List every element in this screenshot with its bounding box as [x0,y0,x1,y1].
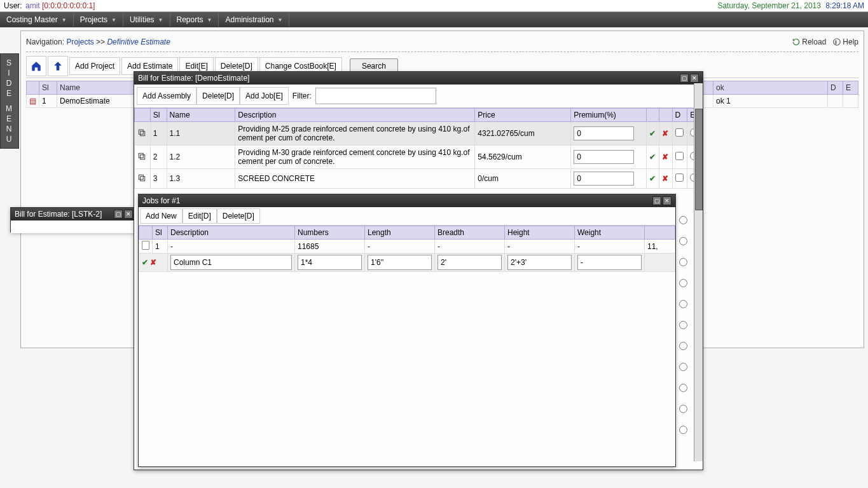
extra-e-radios [679,216,687,434]
col-e[interactable]: E [843,81,858,95]
confirm-icon[interactable]: ✔ [142,258,148,267]
svg-rect-3 [139,130,143,134]
desc-input[interactable] [170,255,292,270]
breadth-input[interactable] [437,255,502,270]
row-e-radio[interactable] [679,384,687,392]
row-d-checkbox[interactable] [675,173,684,182]
side-menu-tab[interactable]: SIDE MENU [0,53,19,149]
edit-button[interactable]: Edit[D] [183,208,217,224]
col-ok[interactable]: ok [713,81,828,95]
jobs-table: Sl Description Numbers Length Breadth He… [139,226,675,272]
row-d-checkbox[interactable] [675,128,684,137]
breadcrumb: Navigation: Projects >> Definitive Estim… [26,37,170,46]
table-row[interactable]: 2 1.2 Providing M-30 grade reinforced ce… [135,146,703,169]
add-new-button[interactable]: Add New [140,208,183,224]
status-bar: User: amit [0:0:0:0:0:0:0:1] Saturday, S… [0,0,868,12]
cancel-icon[interactable]: ✘ [662,174,668,183]
svg-rect-6 [141,176,145,180]
svg-rect-2 [141,131,145,135]
scrollbar-thumb[interactable] [695,109,703,210]
row-e-radio[interactable] [679,237,687,245]
home-button[interactable] [26,56,46,76]
row-e-radio[interactable] [679,279,687,287]
table-row[interactable]: 3 1.3 SCREED CONCRETE 0/cum ✔ ✘ [135,169,703,189]
home-icon [31,60,42,72]
window-jobs: Jobs for #1 ▢ ✕ Add New Edit[D] Delete[D… [138,194,676,467]
row-e-radio[interactable] [679,342,687,350]
svg-point-0 [834,39,841,46]
delete-button[interactable]: Delete[D] [217,208,260,224]
premium-input[interactable] [574,172,634,186]
close-button[interactable]: ✕ [690,74,699,83]
table-row[interactable]: 1 - 11685 - - - - 11, [139,240,675,254]
up-button[interactable] [48,56,68,76]
status-time: 8:29:18 AM [825,1,864,10]
menu-administration[interactable]: Administration▼ [219,13,289,27]
height-input[interactable] [507,255,572,270]
cancel-icon[interactable]: ✘ [150,258,156,267]
reload-icon [792,37,801,46]
reload-button[interactable]: Reload [792,37,826,46]
copy-icon [137,173,146,182]
length-input[interactable] [368,255,432,270]
row-e-radio[interactable] [679,405,687,413]
menu-utilities[interactable]: Utilities▼ [123,13,170,27]
cancel-icon[interactable]: ✘ [662,129,668,138]
confirm-icon[interactable]: ✔ [649,129,656,138]
window-title: Jobs for #1 [142,196,180,205]
maximize-button[interactable]: ▢ [680,74,689,83]
bill-table: Sl Name Description Price Premium(%) D E… [134,108,703,189]
row-e-radio[interactable] [679,216,687,224]
row-e-radio[interactable] [679,363,687,371]
menu-projects[interactable]: Projects▼ [74,13,123,27]
window-title: Bill for Estimate: [DemoEstimate] [138,74,249,83]
confirm-icon[interactable]: ✔ [649,174,656,183]
main-menubar: Costing Master▼ Projects▼ Utilities▼ Rep… [0,12,868,27]
add-job-button[interactable]: Add Job[E] [240,87,289,105]
window-title: Bill for Estimate: [LSTK-2] [15,210,102,219]
numbers-input[interactable] [298,255,362,270]
premium-input[interactable] [574,150,634,164]
breadcrumb-definitive-estimate[interactable]: Definitive Estimate [107,37,170,46]
bill-toolbar: Add Assembly Delete[D] Add Job[E] Filter… [134,85,703,108]
jobs-toolbar: Add New Edit[D] Delete[D] [139,207,675,226]
col-d[interactable]: D [828,81,843,95]
user-name: amit [25,1,40,10]
menu-costing-master[interactable]: Costing Master▼ [0,13,74,27]
svg-text:i: i [836,40,837,44]
window-lstk[interactable]: Bill for Estimate: [LSTK-2] ▢ ✕ [10,207,137,233]
status-date: Saturday, September 21, 2013 [717,1,821,10]
row-d-checkbox[interactable] [675,152,684,160]
filter-label: Filter: [289,88,315,104]
svg-rect-4 [141,154,145,159]
page-icon [142,241,149,250]
cancel-icon[interactable]: ✘ [662,152,668,161]
up-arrow-icon [52,60,64,72]
user-label: User: [4,1,22,10]
maximize-button[interactable]: ▢ [652,196,661,205]
copy-icon [137,152,146,161]
close-button[interactable]: ✕ [124,210,133,219]
row-e-radio[interactable] [679,300,687,308]
help-button[interactable]: i Help [832,37,858,46]
row-e-radio[interactable] [679,258,687,266]
vertical-scrollbar[interactable] [694,83,703,461]
breadcrumb-projects[interactable]: Projects [66,37,93,46]
table-row[interactable]: 1 1.1 Providing M-25 grade reinforced ce… [135,122,703,146]
col-sl[interactable]: Sl [39,81,57,95]
confirm-icon[interactable]: ✔ [649,152,656,161]
doc-icon: ▤ [29,97,36,105]
premium-input[interactable] [574,126,634,140]
add-project-button[interactable]: Add Project [69,57,120,75]
weight-input[interactable] [577,255,642,270]
filter-input[interactable] [315,88,436,104]
row-e-radio[interactable] [679,321,687,329]
maximize-button[interactable]: ▢ [114,210,123,219]
menu-reports[interactable]: Reports▼ [170,13,219,27]
copy-icon [137,128,146,137]
delete-button[interactable]: Delete[D] [196,87,240,105]
add-assembly-button[interactable]: Add Assembly [137,87,196,105]
row-e-radio[interactable] [679,426,687,434]
close-button[interactable]: ✕ [663,196,672,205]
user-ip: [0:0:0:0:0:0:0:1] [42,1,95,10]
